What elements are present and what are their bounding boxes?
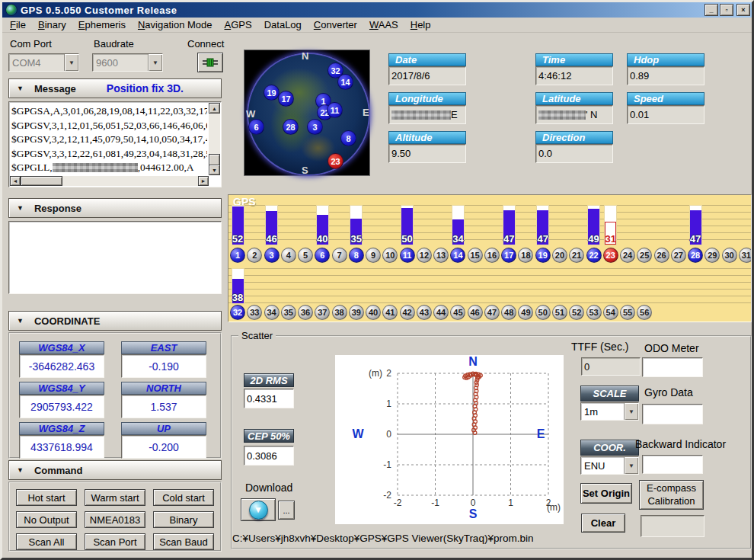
menu-item-navigation-mode[interactable]: Navigation Mode [132, 18, 219, 31]
satellite-ball-45: 45 [450, 305, 465, 320]
nmea-message-box[interactable]: $GPGSA,A,3,01,06,28,19,08,14,11,22,03,32… [8, 101, 222, 187]
scroll-left-icon[interactable]: ◄ [10, 176, 21, 186]
set-origin-button[interactable]: Set Origin [580, 483, 632, 504]
svg-text:W: W [352, 427, 364, 440]
info-header-time: Time [535, 53, 613, 66]
info-header-altitude: Altitude [388, 131, 466, 144]
cep-value: 0.3086 [247, 450, 277, 462]
menu-item-ephemeris[interactable]: Ephemeris [72, 18, 132, 31]
command-button-binary[interactable]: Binary [153, 511, 214, 528]
command-button-scan-all[interactable]: Scan All [16, 533, 77, 550]
svg-text:0: 0 [471, 498, 476, 508]
collapse-triangle-icon[interactable]: ▼ [17, 466, 24, 474]
com-port-select[interactable]: COM4 ▼ [8, 53, 79, 72]
rms-header: 2D RMS [244, 373, 294, 387]
info-header-latitude: Latitude [535, 92, 613, 105]
window-title: GPS 0.5.050 Customer Release [21, 5, 177, 16]
svg-text:-1: -1 [431, 498, 439, 508]
clear-button[interactable]: Clear [581, 514, 625, 533]
minimize-button[interactable]: _ [704, 4, 718, 16]
signal-value-6: 40 [315, 233, 330, 245]
signal-column-1: 52 [232, 205, 244, 245]
signal-column-6: 40 [316, 205, 329, 245]
coordinate-section-header[interactable]: ▼ COORDINATE [8, 311, 222, 331]
response-box[interactable] [8, 221, 222, 294]
coor-value: ENU [584, 460, 605, 472]
command-button-scan-port[interactable]: Scan Port [85, 533, 145, 550]
download-button[interactable]: ▼ [241, 498, 276, 521]
coor-dropdown-icon[interactable]: ▼ [624, 457, 638, 474]
connect-button[interactable] [197, 53, 223, 72]
svg-text:2: 2 [386, 368, 391, 379]
info-header-speed: Speed [627, 92, 704, 105]
collapse-triangle-icon[interactable]: ▼ [17, 85, 24, 92]
coordinate-cell: WGS84_Y2905793.422 [19, 382, 104, 418]
info-header-hdop: Hdop [627, 53, 704, 66]
grid-line [228, 268, 751, 269]
menu-item-converter[interactable]: Converter [308, 18, 363, 31]
satellite-ball-42: 42 [400, 305, 415, 320]
globe-satellite-14: 14 [337, 74, 353, 90]
scroll-up-icon[interactable]: ▲ [209, 103, 220, 114]
command-button-nmea0183[interactable]: NMEA0183 [85, 511, 145, 528]
command-button-scan-baud[interactable]: Scan Baud [153, 533, 214, 550]
command-button-no-output[interactable]: No Output [16, 511, 77, 528]
menu-item-help[interactable]: Help [404, 18, 437, 31]
baudrate-select[interactable]: 9600 ▼ [92, 53, 163, 72]
scale-select[interactable]: 1m ▼ [580, 402, 639, 421]
signal-column-28: 47 [689, 205, 702, 245]
odo-meter-field[interactable] [642, 357, 703, 377]
rms-value-field: 0.4331 [244, 389, 294, 408]
scale-value: 1m [584, 406, 598, 418]
coordinate-cell: UP-0.200 [121, 422, 206, 459]
signal-value-8: 35 [349, 233, 363, 245]
gyro-data-field[interactable] [642, 404, 703, 424]
collapse-triangle-icon[interactable]: ▼ [17, 317, 24, 325]
command-button-cold-start[interactable]: Cold start [153, 489, 214, 506]
h-scroll-thumb[interactable] [21, 176, 62, 186]
info-value-direction: 0.0 [535, 144, 613, 163]
satellite-ball-52: 52 [569, 305, 584, 320]
menu-item-file[interactable]: File [4, 18, 32, 31]
satellite-ball-51: 51 [552, 305, 567, 320]
satellite-ball-50: 50 [535, 305, 551, 320]
coor-select[interactable]: ENU ▼ [580, 456, 639, 475]
menu-item-datalog[interactable]: DataLog [258, 18, 308, 31]
command-button-warm-start[interactable]: Warm start [85, 489, 145, 506]
info-header-longitude: Longitude [388, 92, 466, 105]
maximize-button[interactable]: ▫ [720, 4, 733, 16]
ecompass-line2: Calibration [647, 495, 695, 507]
command-button-hot-start[interactable]: Hot start [16, 489, 77, 506]
download-icon: ▼ [249, 501, 268, 520]
globe-east-label: E [363, 107, 369, 118]
globe-west-label: W [246, 108, 255, 120]
command-section-header[interactable]: ▼ Command [8, 460, 222, 480]
close-button[interactable]: × [736, 4, 750, 16]
satellite-ball-32: 32 [230, 305, 245, 320]
ecompass-calibration-button[interactable]: E-compass Calibration [639, 480, 704, 510]
scale-dropdown-icon[interactable]: ▼ [624, 403, 638, 420]
satellite-ball-30: 30 [722, 248, 737, 263]
download-path-text: C:¥Users¥jh8xvh¥Desktop¥GPS¥GPS Viewer(S… [232, 533, 533, 544]
scroll-down-icon[interactable]: ▼ [209, 165, 220, 175]
satellite-ball-47: 47 [484, 305, 500, 320]
signal-value-3: 46 [264, 233, 279, 245]
grid-line [228, 219, 751, 219]
menu-item-agps[interactable]: AGPS [219, 18, 258, 31]
nmea-line: $GPGSV,3,1,12,01,56,051,52,03,66,146,46,… [11, 119, 207, 133]
scroll-right-icon[interactable]: ► [198, 176, 209, 186]
privacy-blur [53, 163, 138, 172]
message-section-header[interactable]: ▼ Message Position fix 3D. [8, 78, 222, 98]
grid-line [228, 296, 751, 296]
baudrate-dropdown-icon[interactable]: ▼ [148, 54, 162, 71]
menu-item-waas[interactable]: WAAS [363, 18, 404, 31]
menu-item-binary[interactable]: Binary [32, 18, 72, 31]
response-section-header[interactable]: ▼ Response [8, 198, 222, 218]
com-port-dropdown-icon[interactable]: ▼ [64, 54, 78, 71]
browse-button[interactable]: ... [278, 501, 295, 520]
gyro-data-label: Gyro Data [644, 386, 693, 398]
collapse-triangle-icon[interactable]: ▼ [17, 204, 24, 212]
titlebar: GPS 0.5.050 Customer Release _ ▫ × [2, 2, 752, 18]
satellite-ball-6: 6 [315, 248, 330, 263]
backward-indicator-field[interactable] [642, 455, 703, 474]
